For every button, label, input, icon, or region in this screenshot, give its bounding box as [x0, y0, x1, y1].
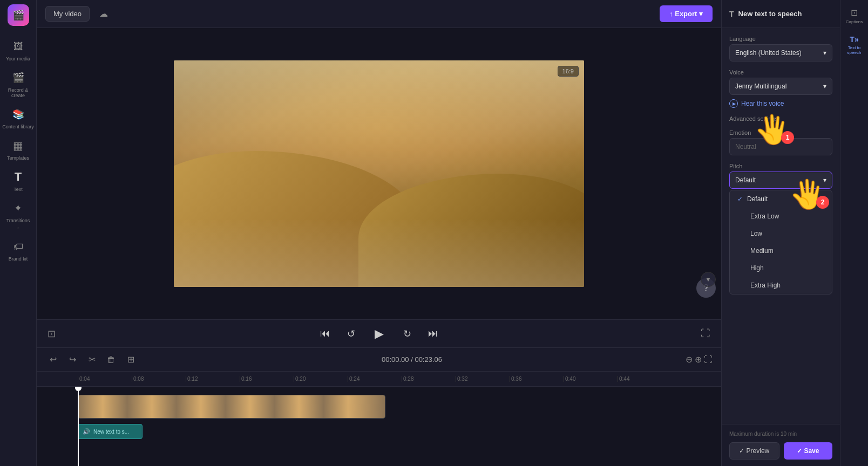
tts-clip[interactable]: 🔊 New text to s... — [78, 424, 143, 439]
emotion-value: Neutral — [729, 138, 832, 155]
hear-voice-label: Hear this voice — [741, 100, 784, 107]
language-dropdown[interactable]: English (United States) ▾ — [729, 44, 832, 61]
language-label: Language — [729, 36, 832, 42]
preview-button[interactable]: ✓ Preview — [729, 442, 779, 460]
pitch-option-label: Default — [747, 195, 768, 203]
advanced-settings-section: Advanced settings — [729, 115, 832, 122]
ruler-mark-6: 0:28 — [402, 376, 456, 382]
fullscreen-button[interactable]: ⛶ — [701, 328, 710, 339]
pitch-option-low[interactable]: Low — [730, 225, 832, 242]
tts-panel-header-icon: T — [729, 10, 734, 18]
tts-label: Text to speech — [843, 45, 866, 55]
video-frame: 16:9 — [174, 60, 584, 287]
timeline-timecode: 00:00.00 / 00:23.06 — [143, 355, 681, 364]
sidebar-item-text[interactable]: T Text — [0, 165, 36, 196]
media-icon: 🖼 — [11, 39, 26, 54]
captions-icon: ⊡ — [851, 8, 858, 18]
pitch-label: Pitch — [729, 163, 832, 169]
add-marker-button[interactable]: ⊞ — [123, 352, 138, 367]
captions-panel-button[interactable]: ⊡ Captions — [840, 4, 868, 28]
emotion-section: Emotion Neutral — [729, 129, 832, 155]
tts-panel-header: T New text to speech — [722, 0, 840, 28]
ruler-marks: 0:04 0:08 0:12 0:16 0:20 0:24 0:28 0:32 … — [78, 376, 672, 382]
pitch-dropdown[interactable]: Default ▾ — [729, 172, 832, 189]
tts-panel-button[interactable]: T» Text to speech — [840, 32, 868, 58]
main-content: My video ☁ ↑ Export ▾ 16:9 ? ▼ ⊡ ⏮ ↺ ▶ ↻… — [37, 0, 721, 466]
collapse-panel-button[interactable]: ▼ — [701, 272, 716, 287]
voice-dropdown[interactable]: Jenny Multilingual ▾ — [729, 78, 832, 95]
sidebar-item-label: Transitions — [6, 218, 30, 223]
timeline-zoom-controls: ⊖ ⊕ ⛶ — [686, 354, 713, 365]
sidebar-item-content-library[interactable]: 📚 Content library — [0, 102, 36, 134]
pitch-option-high[interactable]: High — [730, 259, 832, 277]
fit-timeline-button[interactable]: ⛶ — [704, 355, 713, 365]
sidebar-item-transitions[interactable]: ✦ Transitions › — [0, 196, 36, 235]
skip-to-start-button[interactable]: ⏮ — [316, 325, 334, 342]
timeline-ruler: 0:04 0:08 0:12 0:16 0:20 0:24 0:28 0:32 … — [37, 372, 721, 387]
tts-actions: ✓ Preview ✓ Save — [729, 442, 832, 460]
pitch-option-extra-low[interactable]: Extra Low — [730, 208, 832, 225]
tts-track: 🔊 New text to s... — [37, 418, 721, 445]
pitch-option-default[interactable]: ✓ Default — [730, 190, 832, 208]
topbar: My video ☁ ↑ Export ▾ — [37, 0, 721, 28]
ruler-mark-9: 0:40 — [564, 376, 618, 382]
ruler-mark-7: 0:32 — [456, 376, 510, 382]
ruler-mark-10: 0:44 — [618, 376, 672, 382]
sidebar-item-record-create[interactable]: 🎬 Record & create — [0, 66, 36, 102]
sidebar-item-label: Your media — [6, 56, 30, 61]
zoom-in-button[interactable]: ⊕ — [695, 354, 702, 365]
pitch-option-medium[interactable]: Medium — [730, 242, 832, 259]
pitch-dropdown-wrapper: Default ▾ ✓ Default Extra Low Low — [729, 172, 832, 189]
checkmark-icon: ✓ — [737, 195, 743, 203]
pitch-option-extra-high[interactable]: Extra High — [730, 277, 832, 294]
timeline-area: ↩ ↪ ✂ 🗑 ⊞ 00:00.00 / 00:23.06 ⊖ ⊕ ⛶ 0:04… — [37, 347, 721, 466]
clip-thumbnail — [78, 395, 385, 418]
save-button[interactable]: ✓ Save — [784, 442, 833, 460]
pitch-section: Pitch Default ▾ ✓ Default Extra Low — [729, 163, 832, 189]
pitch-value: Default — [735, 176, 756, 184]
video-track — [37, 393, 721, 420]
cut-button[interactable]: ✂ — [84, 352, 99, 367]
pitch-option-label: High — [750, 264, 764, 272]
sidebar-item-label: Templates — [7, 155, 29, 161]
ruler-mark-5: 0:24 — [348, 376, 402, 382]
skip-to-end-button[interactable]: ⏭ — [424, 325, 442, 342]
playhead[interactable] — [78, 387, 79, 466]
pitch-option-label: Extra High — [750, 282, 781, 289]
advanced-settings-toggle[interactable]: Advanced settings — [729, 115, 832, 122]
pitch-option-label: Low — [750, 230, 762, 237]
brand-kit-icon: 🏷 — [11, 239, 26, 254]
chevron-down-icon: ▾ — [823, 83, 826, 90]
aspect-ratio-badge: 16:9 — [558, 66, 579, 77]
zoom-out-button[interactable]: ⊖ — [686, 354, 693, 365]
max-duration-label: Maximum duration is 10 min — [729, 431, 832, 437]
sidebar-item-templates[interactable]: ▦ Templates — [0, 134, 36, 165]
app-logo[interactable]: 🎬 — [8, 4, 29, 26]
rewind-button[interactable]: ↺ — [342, 325, 360, 342]
sidebar-item-brand-kit[interactable]: 🏷 Brand kit — [0, 235, 36, 266]
tts-panel: T New text to speech Language English (U… — [721, 0, 840, 466]
hear-voice-button[interactable]: ▶ Hear this voice — [729, 99, 784, 108]
play-voice-icon: ▶ — [729, 99, 738, 108]
sidebar-item-your-media[interactable]: 🖼 Your media — [0, 35, 36, 66]
project-name[interactable]: My video — [45, 6, 90, 22]
sidebar-item-label: Record & create — [2, 87, 34, 98]
record-icon: 🎬 — [11, 70, 26, 85]
ruler-mark-2: 0:12 — [186, 376, 240, 382]
captions-toggle-button[interactable]: ⊡ — [48, 328, 56, 340]
fast-forward-button[interactable]: ↻ — [398, 325, 416, 342]
cloud-save-icon[interactable]: ☁ — [96, 6, 111, 22]
play-pause-button[interactable]: ▶ — [368, 323, 390, 345]
export-button[interactable]: ↑ Export ▾ — [660, 5, 713, 22]
tts-clip-icon: 🔊 — [83, 428, 90, 435]
sidebar-item-label: Text — [13, 187, 23, 192]
ruler-mark-0: 0:04 — [78, 376, 132, 382]
undo-button[interactable]: ↩ — [45, 352, 60, 367]
chevron-down-icon: ▾ — [823, 176, 826, 184]
redo-button[interactable]: ↪ — [65, 352, 80, 367]
video-clip[interactable] — [78, 395, 385, 419]
delete-button[interactable]: 🗑 — [104, 352, 119, 367]
pitch-option-label: Extra Low — [750, 213, 779, 220]
playback-controls: ⊡ ⏮ ↺ ▶ ↻ ⏭ ⛶ — [37, 319, 721, 347]
tts-panel-title: New text to speech — [738, 10, 832, 18]
